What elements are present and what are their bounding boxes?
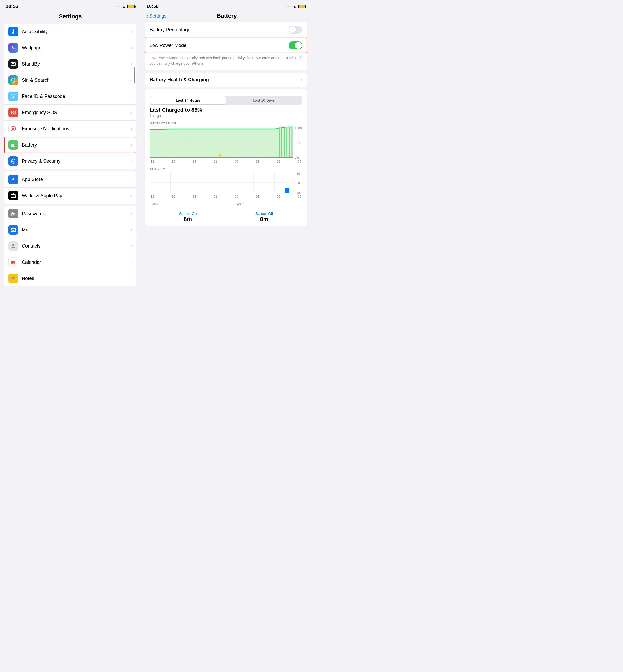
svg-rect-8 (14, 98, 16, 99)
battery-health-label: Battery Health & Charging (150, 77, 301, 83)
settings-item-wallet[interactable]: Wallet & Apple Pay › (4, 188, 136, 203)
wallet-icon (8, 191, 18, 200)
left-status-bar: 10:56 ▲ (0, 0, 141, 11)
left-time: 10:56 (6, 4, 18, 9)
x-label-21: 21 (214, 160, 217, 164)
settings-item-calendar[interactable]: 2 Calendar › (4, 254, 136, 271)
passwords-label: Passwords (22, 211, 131, 217)
notes-chevron: › (131, 276, 132, 281)
toggle-thumb (289, 26, 296, 33)
wallpaper-chevron: › (131, 46, 132, 50)
appstore-label: App Store (22, 177, 131, 182)
accessibility-icon (8, 27, 18, 36)
settings-item-sos[interactable]: SOS Emergency SOS › (4, 105, 136, 121)
privacy-icon (8, 156, 18, 166)
low-power-mode-row[interactable]: Low Power Mode (145, 38, 307, 53)
low-power-label: Low Power Mode (150, 43, 289, 48)
ax-label-18: 18 (192, 195, 196, 198)
mail-label: Mail (22, 227, 131, 233)
pct-50: 50% (295, 141, 302, 144)
tab-10d[interactable]: Last 10 Days (226, 96, 302, 104)
privacy-label: Privacy & Security (22, 159, 131, 164)
activity-chart-header: ACTIVITY (150, 167, 302, 171)
settings-item-accessibility[interactable]: Accessibility › (4, 24, 136, 40)
battery-health-card: Battery Health & Charging › (145, 73, 307, 87)
low-power-toggle[interactable] (289, 41, 302, 49)
screen-stats: Screen On 8m Screen Off 0m (150, 208, 302, 224)
back-chevron-icon: ‹ (146, 13, 148, 19)
calendar-icon: 2 (8, 257, 18, 267)
pct-0: 0% (295, 156, 302, 159)
settings-item-wallpaper[interactable]: Wallpaper › (4, 40, 136, 56)
ax-label-00: 00 (235, 195, 238, 198)
right-page-title: Battery (167, 12, 287, 19)
settings-item-appstore[interactable]: App Store › (4, 171, 136, 188)
wallpaper-icon (8, 43, 18, 53)
screen-off-label: Screen Off (256, 212, 273, 216)
screen-on-stat: Screen On 8m (179, 212, 197, 223)
siri-chevron: › (131, 78, 132, 83)
svg-point-0 (13, 29, 14, 31)
settings-item-siri[interactable]: Siri & Search › (4, 72, 136, 88)
ax-label-15: 15 (172, 195, 175, 198)
right-content: Battery Percentage Low Power Mode Low Po… (141, 22, 312, 228)
standby-chevron: › (131, 62, 132, 66)
wallet-label: Wallet & Apple Pay (22, 193, 131, 198)
calendar-label: Calendar (22, 259, 131, 265)
battery-chart: ⚡ (150, 126, 293, 158)
settings-group-1: Accessibility › Wallpaper › StandBy › Si… (4, 24, 136, 169)
settings-group-2: App Store › Wallet & Apple Pay › (4, 171, 136, 203)
wifi-icon: ▲ (122, 4, 126, 9)
pct-100: 100% (295, 126, 302, 130)
settings-item-faceid[interactable]: Face ID & Passcode › (4, 88, 136, 105)
contacts-chevron: › (131, 244, 132, 248)
right-signal-dots (286, 6, 291, 7)
signal-dots (115, 6, 120, 7)
battery-settings-icon (8, 140, 18, 150)
scrollbar[interactable] (134, 67, 135, 83)
settings-item-passwords[interactable]: Passwords › (4, 206, 136, 222)
signal-dot (119, 6, 120, 7)
screen-off-value: 0m (256, 216, 273, 223)
svg-text:2: 2 (13, 262, 14, 264)
battery-health-chevron: › (301, 78, 302, 82)
siri-icon (8, 75, 18, 85)
battery-percentage-toggle[interactable] (289, 26, 302, 34)
tab-24h[interactable]: Last 24 Hours (150, 96, 226, 104)
wallpaper-label: Wallpaper (22, 45, 131, 51)
svg-text:⚡: ⚡ (217, 153, 223, 158)
battery-health-row[interactable]: Battery Health & Charging › (145, 73, 307, 87)
svg-rect-5 (11, 94, 12, 95)
passwords-chevron: › (131, 211, 132, 216)
battery-chart-area: ⚡ 100% 50% 0% (150, 126, 302, 160)
appstore-chevron: › (131, 177, 132, 182)
settings-item-notes[interactable]: Notes › (4, 271, 136, 286)
settings-item-mail[interactable]: Mail › (4, 222, 136, 238)
settings-item-standby[interactable]: StandBy › (4, 56, 136, 72)
svg-rect-7 (11, 98, 12, 99)
mail-chevron: › (131, 227, 132, 232)
passwords-icon (8, 209, 18, 218)
settings-item-exposure[interactable]: Exposure Notifications › (4, 121, 136, 137)
settings-item-battery[interactable]: Battery › (4, 137, 136, 153)
exposure-label: Exposure Notifications (22, 126, 131, 132)
back-button[interactable]: ‹ Settings (146, 13, 167, 19)
svg-rect-18 (11, 228, 16, 232)
svg-rect-15 (14, 196, 15, 196)
left-panel: 10:56 ▲ Settings Accessibility › Wallpap… (0, 0, 141, 336)
appstore-icon (8, 175, 18, 184)
svg-rect-56 (285, 188, 289, 193)
mail-icon (8, 225, 18, 234)
faceid-chevron: › (131, 94, 132, 99)
calendar-chevron: › (131, 260, 132, 264)
low-power-desc: Low Power Mode temporarily reduces backg… (145, 53, 307, 70)
ax-label-03: 03 (256, 195, 259, 198)
settings-item-privacy[interactable]: Privacy & Security › (4, 153, 136, 169)
right-wifi-icon: ▲ (293, 4, 297, 9)
settings-item-contacts[interactable]: Contacts › (4, 238, 136, 254)
battery-percentage-row[interactable]: Battery Percentage (145, 22, 307, 38)
exposure-chevron: › (131, 126, 132, 131)
x-label-18: 18 (192, 160, 196, 164)
signal-dot (286, 6, 287, 7)
battery-main-card: Battery Percentage Low Power Mode Low Po… (145, 22, 307, 70)
